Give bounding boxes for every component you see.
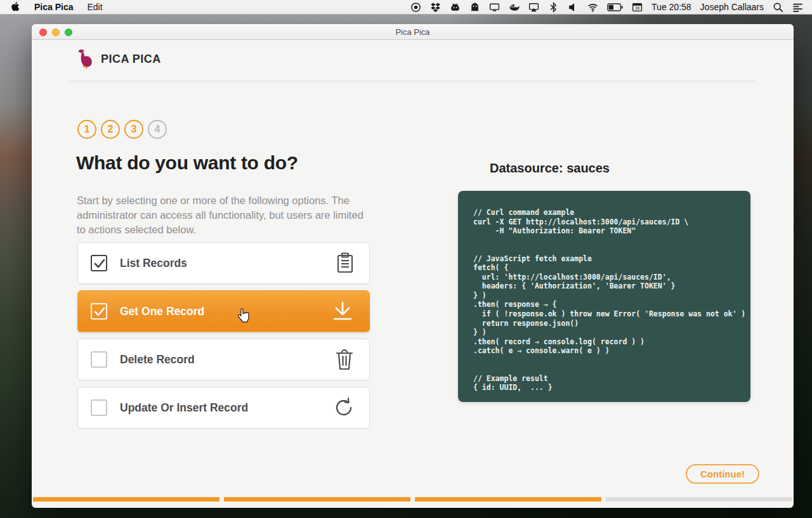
search-icon[interactable] [773,2,783,13]
refresh-icon [334,398,354,418]
step-1: 1 [77,120,96,139]
airplay-icon[interactable] [528,2,539,13]
page-description: Start by selecting one or more of the fo… [77,193,374,237]
get-one-record-checkbox[interactable] [91,303,107,320]
option-get-one-record[interactable]: Get One Record [77,290,370,332]
option-list-records[interactable]: List Records [77,242,370,284]
step-indicator: 1 2 3 4 [77,120,167,139]
code-example-panel: // Curl command example curl -X GET http… [458,191,750,402]
calendar-icon[interactable]: 30 [632,2,643,13]
option-label: Get One Record [120,305,204,318]
close-button[interactable] [39,29,47,36]
wifi-icon[interactable] [587,2,598,13]
menubar-clock[interactable]: Tue 20:58 [652,2,691,12]
datasource-heading: Datasource: sauces [490,161,610,176]
progress-segment-1 [33,497,219,502]
option-label: Delete Record [120,353,195,366]
code-example: // Curl command example curl -X GET http… [473,208,738,392]
dropbox-icon[interactable] [430,2,441,13]
step-2: 2 [101,120,120,139]
header-divider [70,81,755,82]
svg-text:30: 30 [635,6,640,11]
trash-icon [335,349,354,370]
wizard-progress-bar [32,497,794,502]
download-icon [331,301,354,321]
list-records-checkbox[interactable] [91,255,107,271]
option-update-or-insert-record[interactable]: Update Or Insert Record [77,387,370,429]
option-label: Update Or Insert Record [120,401,248,415]
options-list: List Records Get One Record Delete Recor… [77,242,370,429]
volume-icon[interactable] [568,2,579,13]
app-window: Pica Pica PICA PICA 1 2 3 4 What do you … [32,24,794,508]
menubar-menu-edit[interactable]: Edit [88,2,103,12]
menubar-app-name[interactable]: Pica Pica [34,2,74,12]
option-delete-record[interactable]: Delete Record [77,339,370,380]
delete-record-checkbox[interactable] [91,351,107,368]
window-titlebar[interactable]: Pica Pica [32,24,794,40]
docker-icon[interactable] [509,2,520,13]
display-icon[interactable] [489,2,500,13]
continue-button[interactable]: Continue! [686,464,759,484]
bat-icon[interactable] [450,2,461,13]
window-title: Pica Pica [32,24,794,40]
step-3: 3 [124,120,143,139]
clipboard-icon [336,252,354,274]
update-or-insert-checkbox[interactable] [91,399,107,416]
brand-name: PICA PICA [101,53,161,66]
progress-segment-4 [606,497,792,502]
progress-segment-2 [224,497,410,502]
menubar-user[interactable]: Joseph Callaars [700,2,764,12]
apple-menu-icon[interactable] [11,2,20,12]
option-label: List Records [120,257,187,270]
bluetooth-icon[interactable] [548,2,559,13]
pica-pica-logo-icon [77,48,96,70]
notification-list-icon[interactable] [792,2,803,13]
menubar: Pica Pica Edit 30 Tue 20:58 Joseph Calla… [0,0,812,15]
page-title: What do you want to do? [76,152,406,174]
ghost-icon[interactable] [469,2,480,13]
progress-segment-3 [415,497,601,502]
zoom-button[interactable] [65,29,72,36]
record-icon[interactable] [410,2,421,13]
battery-icon[interactable] [607,3,623,11]
minimize-button[interactable] [52,29,60,36]
step-4: 4 [148,120,167,139]
